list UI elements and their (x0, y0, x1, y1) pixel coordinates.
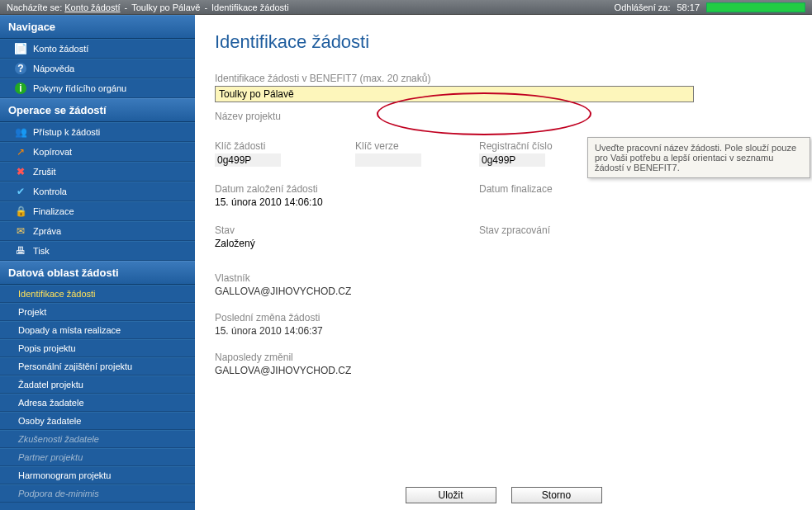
nav-item-podpora[interactable]: Podpora de-minimis (0, 484, 195, 503)
button-row: Uložit Storno (406, 487, 602, 503)
lock-icon: 🔒 (15, 205, 26, 217)
created-value: 15. února 2010 14:06:10 (215, 196, 463, 208)
project-name-row: Název projektu (215, 111, 792, 122)
nav-item-label: Žadatel projektu (18, 380, 83, 390)
breadcrumb-item-page: Identifikace žádosti (211, 2, 289, 12)
breadcrumb-link-konto[interactable]: Konto žádostí (64, 2, 120, 12)
logout-timer: Odhlášení za: 58:17 (615, 2, 805, 12)
nav-item-label: Identifikace žádosti (18, 289, 96, 299)
nav-item-zkusenosti[interactable]: Zkušenosti žadatele (0, 430, 195, 448)
save-button[interactable]: Uložit (406, 487, 496, 503)
nav-item-finalizace[interactable]: 🔒 Finalizace (0, 201, 195, 221)
nav-item-adresa[interactable]: Adresa žadatele (0, 394, 195, 412)
nav-header-datova-oblast: Datová oblast žádosti (0, 261, 195, 285)
nav-item-label: Partner projektu (18, 452, 83, 462)
nav-item-pristup[interactable]: 👥 Přístup k žádosti (0, 122, 195, 142)
print-icon: 🖶 (15, 245, 26, 257)
nav-item-zadatel[interactable]: Žadatel projektu (0, 375, 195, 394)
main-layout: Navigace 📄 Konto žádostí ? Nápověda i Po… (0, 15, 812, 510)
nav-item-label: Zrušit (33, 167, 56, 177)
nav-item-zprava[interactable]: ✉ Zpráva (0, 221, 195, 241)
nav-item-pokyny[interactable]: i Pokyny řídícího orgánu (0, 78, 195, 98)
nav-item-label: Pokyny řídícího orgánu (33, 83, 126, 93)
nav-item-personalni[interactable]: Personální zajištění projektu (0, 357, 195, 375)
check-icon: ✔ (15, 186, 26, 197)
account-icon: 📄 (15, 43, 26, 54)
nav-item-label: Osoby žadatele (18, 416, 81, 426)
nav-item-dopady[interactable]: Dopady a místa realizace (0, 321, 195, 339)
key-value: 0g499P (215, 153, 339, 167)
nav-item-label: Finalizace (33, 206, 74, 216)
nav-item-tisk[interactable]: 🖶 Tisk (0, 241, 195, 261)
ident-input[interactable] (215, 86, 694, 102)
nav-item-osoby[interactable]: Osoby žadatele (0, 412, 195, 430)
copy-icon: ↗ (15, 146, 26, 158)
nav-item-label: Popis projektu (18, 343, 76, 353)
state-label: Stav (215, 224, 463, 236)
sidebar: Navigace 📄 Konto žádostí ? Nápověda i Po… (0, 15, 195, 510)
nav-item-label: Projekt (18, 307, 46, 317)
ident-label: Identifikace žádosti v BENEFIT7 (max. 20… (215, 73, 792, 84)
processing-value (479, 238, 792, 249)
nav-item-label: Personální zajištění projektu (18, 361, 132, 371)
breadcrumb: Nacházíte se: Konto žádostí - Toulky po … (7, 2, 289, 12)
users-icon: 👥 (15, 126, 26, 138)
nav-item-zrusit[interactable]: ✖ Zrušit (0, 162, 195, 182)
cancel-button[interactable]: Storno (511, 487, 602, 503)
lastchange-value: 15. února 2010 14:06:37 (215, 325, 792, 337)
created-label: Datum založení žádosti (215, 183, 463, 195)
version-value (355, 153, 463, 167)
owner-label: Vlastník (215, 272, 792, 284)
nav-item-partner[interactable]: Partner projektu (0, 448, 195, 466)
nav-item-konto-zadosti[interactable]: 📄 Konto žádostí (0, 39, 195, 59)
app-window: Nacházíte se: Konto žádostí - Toulky po … (0, 0, 812, 510)
nav-item-label: Podpora de-minimis (18, 489, 99, 498)
info-icon: i (15, 83, 26, 94)
nav-item-label: Tisk (33, 246, 50, 256)
nav-item-kontrola[interactable]: ✔ Kontrola (0, 182, 195, 201)
nav-item-popis-projektu[interactable]: Popis projektu (0, 339, 195, 357)
breadcrumb-prefix: Nacházíte se: (7, 2, 62, 12)
logout-time: 58:17 (677, 2, 700, 12)
nav-item-napoveda[interactable]: ? Nápověda (0, 59, 195, 78)
key-label: Klíč žádosti (215, 140, 339, 152)
final-value (479, 196, 792, 208)
nav-item-label: Adresa žadatele (18, 398, 84, 408)
lastchange-block: Poslední změna žádosti 15. února 2010 14… (215, 312, 792, 337)
nav-item-label: Zkušenosti žadatele (18, 434, 99, 444)
breadcrumb-item-project: Toulky po Pálavě (131, 2, 200, 12)
state-value: Založený (215, 238, 463, 249)
project-name-label: Název projektu (215, 111, 792, 122)
processing-label: Stav zpracování (479, 224, 792, 236)
nav-item-label: Harmonogram projektu (18, 470, 112, 480)
nav-item-label: Konto žádostí (33, 44, 88, 54)
mail-icon: ✉ (15, 225, 26, 237)
session-progress-bar (706, 2, 805, 12)
breadcrumb-sep: - (125, 2, 128, 12)
tooltip: Uveďte pracovní název žádosti. Pole slou… (587, 137, 810, 178)
help-icon: ? (15, 63, 26, 74)
nav-item-identifikace-zadosti[interactable]: Identifikace žádosti (0, 285, 195, 303)
lastchange-label: Poslední změna žádosti (215, 312, 792, 323)
owner-block: Vlastník GALLOVA@JIHOVYCHOD.CZ (215, 272, 792, 297)
breadcrumb-sep: - (204, 2, 207, 12)
changedby-label: Naposledy změnil (215, 352, 792, 363)
top-bar: Nacházíte se: Konto žádostí - Toulky po … (0, 0, 812, 15)
changedby-value: GALLOVA@JIHOVYCHOD.CZ (215, 365, 792, 376)
nav-item-label: Nápověda (33, 64, 74, 73)
page-title: Identifikace žádosti (215, 31, 792, 53)
nav-item-label: Dopady a místa realizace (18, 325, 121, 335)
nav-item-harmonogram[interactable]: Harmonogram projektu (0, 466, 195, 484)
nav-item-kopirovat[interactable]: ↗ Kopírovat (0, 142, 195, 162)
nav-header-operace: Operace se žádostí (0, 98, 195, 122)
final-label: Datum finalizace (479, 183, 792, 195)
content-area: Identifikace žádosti Identifikace žádost… (195, 15, 812, 510)
logout-label: Odhlášení za: (615, 2, 671, 12)
changedby-block: Naposledy změnil GALLOVA@JIHOVYCHOD.CZ (215, 352, 792, 376)
nav-item-label: Kopírovat (33, 147, 72, 157)
cancel-icon: ✖ (15, 166, 26, 177)
tooltip-text: Uveďte pracovní název žádosti. Pole slou… (595, 143, 796, 172)
nav-item-projekt[interactable]: Projekt (0, 303, 195, 321)
nav-header-navigace: Navigace (0, 15, 195, 39)
nav-item-label: Kontrola (33, 187, 67, 196)
